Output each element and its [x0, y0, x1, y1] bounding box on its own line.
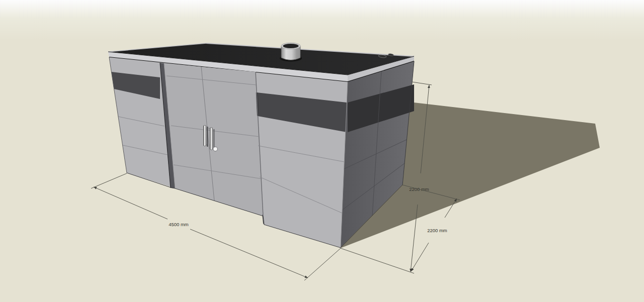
model-viewport[interactable]: 4500 mm 2200 mm 2200 mm [0, 0, 644, 302]
dimension-depth-label: 2200 mm [427, 228, 447, 233]
vent-pipe-opening [283, 44, 299, 48]
door-handle-left [204, 126, 206, 146]
handle-shadow-left [207, 127, 208, 147]
door-handle-right [210, 128, 213, 150]
door-lock-knob [213, 147, 218, 151]
dimension-width-label: 4500 mm [169, 222, 189, 227]
roof-vent-pipe [280, 43, 302, 61]
sky-gradient [0, 0, 644, 40]
model-viewport-wrap: 4500 mm 2200 mm 2200 mm [0, 0, 644, 302]
